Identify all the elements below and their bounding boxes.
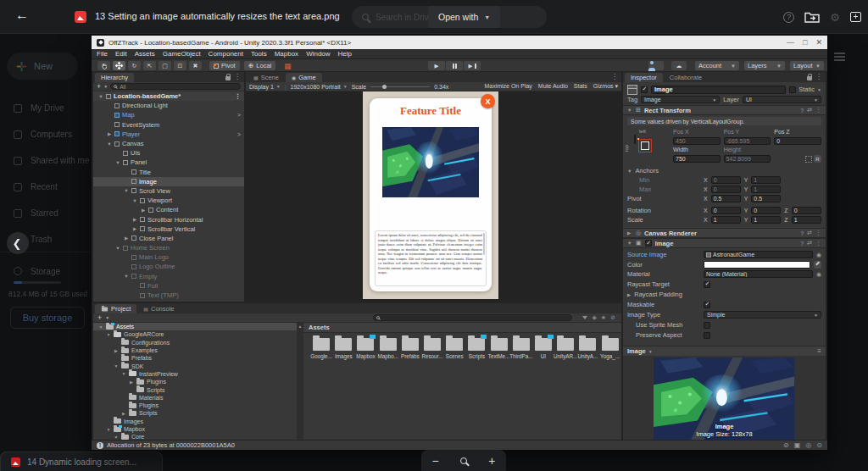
image-type-dropdown[interactable]: Simple▼ bbox=[704, 311, 821, 319]
foldout-arrow-icon[interactable]: ▼ bbox=[132, 198, 137, 203]
foldout-arrow-icon[interactable]: ▼ bbox=[106, 427, 111, 432]
prefab-chevron-icon[interactable]: > bbox=[237, 131, 241, 137]
zoom-fit-icon[interactable] bbox=[460, 457, 467, 464]
color-swatch[interactable] bbox=[704, 261, 810, 269]
rotation-x-field[interactable]: 0 bbox=[711, 207, 741, 214]
width-field[interactable]: 750 bbox=[673, 155, 721, 163]
step-button[interactable]: ▶ bbox=[464, 61, 481, 70]
foldout-arrow-icon[interactable]: ▶ bbox=[141, 208, 146, 213]
foldout-arrow-icon[interactable]: ▼ bbox=[124, 274, 129, 279]
foldout-arrow-icon[interactable]: ▼ bbox=[115, 246, 120, 251]
foldout-arrow-icon[interactable]: ▼ bbox=[106, 332, 111, 337]
tab-game[interactable]: ◉ Game bbox=[286, 73, 322, 82]
blueprint-toggle[interactable] bbox=[805, 156, 812, 163]
menu-item[interactable]: GameObject bbox=[163, 50, 201, 58]
hierarchy-row[interactable]: ▶ Content bbox=[93, 205, 244, 214]
hierarchy-row[interactable]: Text (TMP) bbox=[93, 291, 244, 300]
grid-snap-icon[interactable]: ▦ bbox=[284, 62, 292, 70]
project-tree-row[interactable]: ▼ SDK bbox=[93, 362, 297, 369]
prefab-chevron-icon[interactable]: > bbox=[237, 112, 241, 118]
hierarchy-row[interactable]: ▶ Close Panel bbox=[93, 234, 244, 243]
hierarchy-row[interactable]: Title bbox=[93, 168, 244, 177]
static-checkbox[interactable] bbox=[789, 86, 796, 93]
anchor-max-x-field[interactable]: 0 bbox=[711, 186, 741, 193]
scale-x-field[interactable]: 1 bbox=[711, 216, 741, 224]
foldout-arrow-icon[interactable]: ▼ bbox=[121, 371, 126, 376]
close-icon[interactable]: ✕ bbox=[815, 38, 822, 47]
hierarchy-row[interactable]: Directional Light bbox=[93, 101, 244, 110]
help-icon[interactable]: ? bbox=[800, 108, 804, 114]
project-tree-row[interactable]: ▼ Core bbox=[93, 433, 297, 440]
material-field[interactable]: None (Material) bbox=[704, 270, 813, 278]
help-icon[interactable]: ? bbox=[800, 230, 804, 236]
drive-sidebar-item[interactable]: Recent bbox=[0, 174, 92, 200]
project-tree-row[interactable]: ▼ GoogleARCore bbox=[93, 330, 297, 338]
lock-icon[interactable] bbox=[807, 76, 812, 80]
zoom-out-icon[interactable]: − bbox=[432, 455, 439, 467]
foldout-arrow-icon[interactable]: ▶ bbox=[129, 380, 134, 385]
hierarchy-row[interactable]: ▼ Canvas bbox=[93, 139, 244, 148]
foldout-arrow-icon[interactable]: ▼ bbox=[115, 160, 120, 165]
tag-dropdown[interactable]: Image▼ bbox=[641, 96, 720, 103]
canvas-renderer-header[interactable]: ▶ ◎ Canvas Renderer ?⇄⋮ bbox=[623, 228, 826, 238]
project-tree-row[interactable]: Materials bbox=[93, 394, 297, 402]
rotation-y-field[interactable]: 0 bbox=[751, 207, 781, 214]
scale-slider[interactable] bbox=[370, 86, 430, 87]
drive-storage-item[interactable]: Storage bbox=[0, 263, 92, 280]
custom-tool-button[interactable]: ✖ bbox=[189, 61, 202, 70]
cache-server-icon[interactable]: ▣ bbox=[794, 441, 801, 449]
pause-button[interactable] bbox=[446, 61, 463, 70]
debugger-icon[interactable]: ⊘ bbox=[783, 441, 789, 449]
project-folder[interactable]: Scripts bbox=[465, 338, 487, 359]
raycast-target-checkbox[interactable] bbox=[704, 281, 710, 288]
hierarchy-row[interactable]: ▼ Location-basedGame* ⋮ bbox=[93, 91, 244, 101]
create-button[interactable]: + bbox=[97, 314, 102, 322]
raw-edit-button[interactable]: R bbox=[814, 155, 821, 163]
preview-header-bar[interactable]: Image ▼ ≡ bbox=[623, 346, 826, 356]
foldout-arrow-icon[interactable]: ▶ bbox=[132, 226, 137, 231]
gameobject-name-field[interactable]: Image bbox=[651, 86, 786, 94]
scale-slider-knob[interactable] bbox=[382, 85, 387, 89]
foldout-arrow-icon[interactable]: ▼ bbox=[98, 324, 103, 330]
menu-item[interactable]: Edit bbox=[115, 50, 127, 58]
layers-dropdown[interactable]: Layers▼ bbox=[744, 61, 785, 70]
drive-sidebar-item[interactable]: My Drive bbox=[0, 95, 92, 121]
menu-item[interactable]: Help bbox=[338, 50, 352, 58]
presets-icon[interactable]: ⇄ bbox=[807, 240, 812, 247]
eyedropper-icon[interactable] bbox=[814, 261, 821, 269]
project-tree-row[interactable]: ▼ InstantPreview bbox=[93, 370, 297, 378]
project-tree-row[interactable]: Prefabs bbox=[93, 354, 297, 362]
hierarchy-row[interactable]: Map > bbox=[93, 110, 244, 119]
search-by-label-icon[interactable]: ◈ bbox=[592, 314, 596, 321]
project-folder[interactable]: Mapbox bbox=[354, 338, 376, 359]
project-folder[interactable]: UnityA... bbox=[576, 338, 598, 359]
foldout-arrow-icon[interactable]: ▶ bbox=[114, 348, 119, 353]
open-in-new-icon[interactable]: + bbox=[850, 12, 861, 22]
hierarchy-row[interactable]: ▼ Panel bbox=[93, 158, 244, 167]
tab-project[interactable]: Project bbox=[95, 304, 136, 313]
game-toolbar-button[interactable]: Gizmos ▾ bbox=[593, 83, 618, 90]
background-tasks-icon[interactable]: ⊙ bbox=[816, 441, 822, 449]
layout-dropdown[interactable]: Layout▼ bbox=[790, 61, 824, 70]
project-folder[interactable]: Scenes bbox=[443, 338, 465, 359]
game-toolbar-button[interactable]: Maximize On Play bbox=[484, 83, 531, 90]
tab-console[interactable]: ▤ Console bbox=[137, 304, 180, 313]
drive-new-button[interactable]: New bbox=[7, 53, 78, 80]
assets-breadcrumb[interactable]: Assets bbox=[303, 323, 621, 333]
notifications-icon[interactable]: ◎ bbox=[805, 441, 811, 449]
anchor-max-y-field[interactable]: 1 bbox=[751, 186, 781, 193]
zoom-in-icon[interactable]: + bbox=[488, 455, 495, 467]
hierarchy-row[interactable]: ▼ Home Screen bbox=[93, 243, 244, 252]
hierarchy-row[interactable]: Main Logo bbox=[93, 252, 244, 262]
project-tree-row[interactable]: ▶ Examples bbox=[93, 346, 297, 354]
foldout-arrow-icon[interactable]: ▶ bbox=[121, 411, 126, 416]
lock-icon[interactable] bbox=[225, 76, 231, 80]
foldout-arrow-icon[interactable]: ▼ bbox=[107, 141, 112, 147]
presets-icon[interactable]: ⇄ bbox=[807, 230, 812, 236]
chevron-down-icon[interactable]: ▼ bbox=[105, 315, 109, 320]
tab-hierarchy[interactable]: Hierarchy bbox=[95, 73, 134, 82]
display-dropdown[interactable]: Display 1▼ bbox=[249, 84, 281, 90]
hierarchy-row[interactable]: ▼ Viewport bbox=[93, 196, 244, 205]
height-field[interactable]: 542.8099 bbox=[724, 155, 771, 163]
project-folder[interactable]: Resour... bbox=[421, 338, 443, 359]
